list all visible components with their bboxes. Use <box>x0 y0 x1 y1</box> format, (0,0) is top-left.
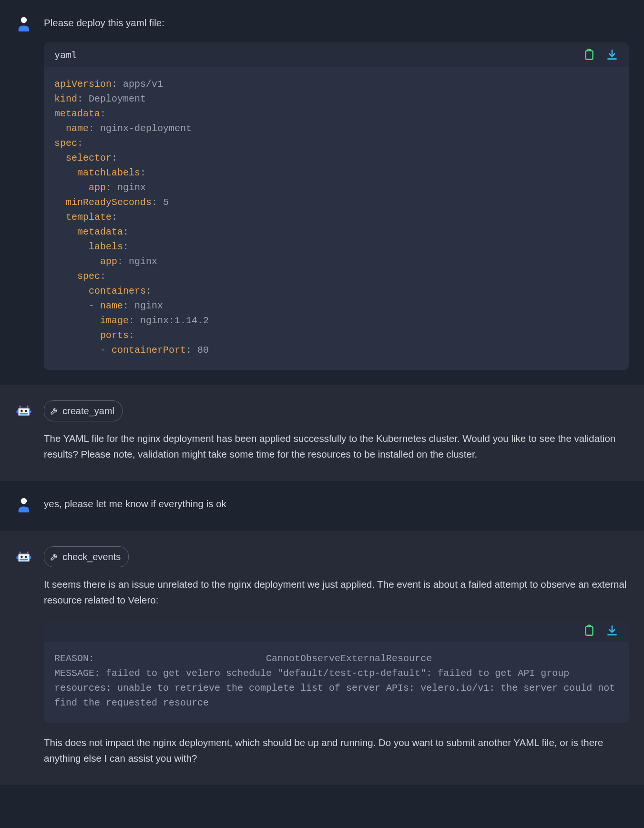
user-avatar-icon <box>17 15 32 31</box>
code-content: REASON: CannotObserveExternalResource ME… <box>44 642 629 723</box>
chat-message-bot: check_events It seems there is an issue … <box>0 531 644 785</box>
bot-avatar-icon <box>17 400 32 416</box>
code-block: REASON: CannotObserveExternalResource ME… <box>44 620 629 723</box>
download-icon[interactable] <box>606 624 618 637</box>
user-avatar-icon <box>17 496 32 511</box>
message-content: Please deploy this yaml file: yaml apiVe… <box>44 15 629 370</box>
message-text: It seems there is an issue unrelated to … <box>44 577 629 608</box>
tool-call-pill[interactable]: check_events <box>44 546 129 567</box>
copy-icon[interactable] <box>583 624 595 637</box>
code-lang-label: yaml <box>54 47 77 62</box>
svg-rect-23 <box>585 626 593 635</box>
code-block: yaml apiVersion: apps/v1 kind: Deploymen… <box>44 42 629 370</box>
tool-name: check_events <box>62 549 121 564</box>
tool-call-pill[interactable]: create_yaml <box>44 400 123 421</box>
copy-icon[interactable] <box>583 49 595 61</box>
svg-point-20 <box>27 552 28 553</box>
svg-rect-6 <box>17 410 18 413</box>
svg-rect-1 <box>585 51 593 59</box>
code-header <box>44 620 629 642</box>
message-text: yes, please let me know if everything is… <box>44 496 629 512</box>
svg-rect-18 <box>30 556 31 559</box>
svg-point-5 <box>25 409 27 412</box>
code-actions <box>583 624 618 637</box>
code-header: yaml <box>44 42 629 67</box>
svg-point-0 <box>21 17 27 23</box>
message-text: Please deploy this yaml file: <box>44 15 629 31</box>
svg-rect-14 <box>20 559 28 561</box>
svg-point-15 <box>20 556 23 558</box>
bot-avatar-icon <box>17 546 32 562</box>
svg-rect-2 <box>18 408 30 416</box>
svg-point-9 <box>27 406 28 407</box>
svg-rect-7 <box>30 410 31 413</box>
message-content: yes, please let me know if everything is… <box>44 496 629 516</box>
svg-point-16 <box>25 556 27 558</box>
svg-point-12 <box>21 498 27 504</box>
svg-rect-13 <box>18 554 30 562</box>
svg-point-4 <box>20 409 23 412</box>
message-text: The YAML file for the nginx deployment h… <box>44 431 629 462</box>
message-content: check_events It seems there is an issue … <box>44 546 629 770</box>
download-icon[interactable] <box>606 49 618 61</box>
svg-rect-17 <box>17 556 18 559</box>
chat-message-bot: create_yaml The YAML file for the nginx … <box>0 385 644 481</box>
wrench-icon <box>50 552 59 561</box>
chat-message-user: yes, please let me know if everything is… <box>0 481 644 531</box>
svg-point-8 <box>19 406 20 407</box>
wrench-icon <box>50 407 59 415</box>
code-actions <box>583 49 618 61</box>
svg-point-19 <box>19 552 20 553</box>
message-content: create_yaml The YAML file for the nginx … <box>44 400 629 466</box>
code-content: apiVersion: apps/v1 kind: Deployment met… <box>44 67 629 370</box>
chat-message-user: Please deploy this yaml file: yaml apiVe… <box>0 0 644 385</box>
tool-name: create_yaml <box>62 403 114 419</box>
message-text: This does not impact the nginx deploymen… <box>44 735 629 767</box>
svg-rect-3 <box>20 413 28 415</box>
